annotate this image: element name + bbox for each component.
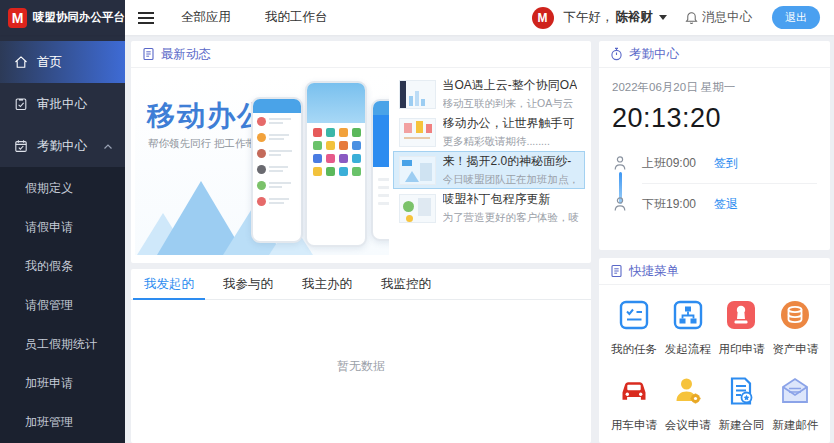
quick-item-label: 新建合同 [718,418,764,433]
person-icon [612,155,628,171]
task-tabs: 我发起的 我参与的 我主办的 我监控的 [131,269,591,300]
sidebar-subitem-staff-holiday-stats[interactable]: 员工假期统计 [0,325,125,364]
quick-item-label: 发起流程 [665,342,711,357]
attendance-body: 2022年06月20日 星期一 20:13:20 上班09:00 签到 下班19… [599,68,830,219]
divider [642,183,817,184]
news-list: 当OA遇上云-整个协同OA 移动互联的到来，让OA与云 移动办公，让世界触手可 … [393,75,586,255]
quick-item-label: 新建邮件 [772,418,818,433]
sidebar-subitem-leave-manage[interactable]: 请假管理 [0,286,125,325]
attendance-icon [14,139,28,153]
news-item-highlighted[interactable]: 来！揭开2.0的神秘面纱- 今日唛盟团队正在加班加点， [393,151,586,189]
news-item[interactable]: 移动办公，让世界触手可 更多精彩敬请期待........ [393,113,586,151]
quick-item-new-contract[interactable]: 新建合同 [715,375,769,433]
document-icon [142,47,155,61]
chevron-down-icon [659,15,667,20]
sidebar-item-home[interactable]: 首页 [0,41,125,83]
brand-title: 唛盟协同办公平台 [33,10,125,25]
home-icon [14,55,28,69]
car-icon [618,375,650,407]
sidebar-subitem-my-leave[interactable]: 我的假条 [0,247,125,286]
top-nav: 全部应用 我的工作台 [181,9,328,26]
check-in-link[interactable]: 签到 [714,155,738,172]
sidebar-item-label: 首页 [37,54,62,71]
sidebar-subitem-holiday-define[interactable]: 假期定义 [0,169,125,208]
tab-monitored-by-me[interactable]: 我监控的 [370,269,442,299]
sidebar-subitem-overtime-manage[interactable]: 加班管理 [0,403,125,442]
quick-item-asset-apply[interactable]: 资产申请 [768,299,822,357]
tab-initiated-by-me[interactable]: 我发起的 [133,269,205,299]
news-title: 当OA遇上云-整个协同OA [443,77,578,94]
attendance-submenu: 假期定义 请假申请 我的假条 请假管理 员工假期统计 加班申请 加班管理 [0,167,125,443]
brand-logo: M [8,8,27,28]
attendance-panel: 考勤中心 2022年06月20日 星期一 20:13:20 上班09:00 签到… [599,41,830,250]
attendance-date: 2022年06月20日 星期一 [612,80,817,95]
sidebar-item-label: 考勤中心 [37,138,87,155]
panel-title: 最新动态 [161,46,211,63]
tab-hosted-by-me[interactable]: 我主办的 [291,269,363,299]
bell-icon [685,11,698,25]
news-title: 唛盟补丁包程序更新 [443,191,580,208]
check-out-row: 下班19:00 签退 [612,189,817,219]
chevron-up-icon [101,143,115,150]
sidebar-item-approval[interactable]: 审批中心 [0,83,125,125]
sidebar-item-label: 审批中心 [37,96,87,113]
quick-item-label: 用印申请 [718,342,764,357]
document-icon [610,264,623,278]
nav-all-apps[interactable]: 全部应用 [181,9,231,26]
mail-icon [779,375,811,407]
stopwatch-icon [610,47,623,61]
attendance-rows: 上班09:00 签到 下班19:00 签退 [612,148,817,219]
empty-state-text: 暂无数据 [131,300,591,375]
quick-item-label: 资产申请 [772,342,818,357]
top-header: M 唛盟协同办公平台 全部应用 我的工作台 M 下午好，陈裕财 消息中心 退出 [0,0,834,35]
quick-item-my-tasks[interactable]: 我的任务 [607,299,661,357]
stamp-icon [725,299,757,331]
panel-title: 考勤中心 [629,46,679,63]
meeting-icon [672,375,704,407]
header-right: M 下午好，陈裕财 消息中心 退出 [532,6,834,29]
attendance-header: 考勤中心 [599,41,830,68]
phone-mockup [251,97,303,243]
user-avatar[interactable]: M [532,7,554,29]
check-out-link[interactable]: 签退 [714,196,738,213]
contract-icon [725,375,757,407]
brand-block: M 唛盟协同办公平台 [0,0,125,35]
mobile-office-banner[interactable]: 移动办公 帮你领先同行 把工作带出办公室 [135,75,389,255]
message-center-label: 消息中心 [702,9,752,26]
quick-menu-grid: 我的任务 发起流程 用印申请 资产申请 用车申请 会议申请 新建合同 新建邮件 [599,285,830,433]
sidebar-subitem-overtime-apply[interactable]: 加班申请 [0,364,125,403]
quick-item-label: 我的任务 [611,342,657,357]
quick-item-label: 用车申请 [611,418,657,433]
news-title: 移动办公，让世界触手可 [443,115,575,132]
sidebar-item-attendance[interactable]: 考勤中心 [0,125,125,167]
user-menu[interactable]: 下午好，陈裕财 [564,9,668,26]
message-center-link[interactable]: 消息中心 [685,9,752,26]
quick-item-vehicle-apply[interactable]: 用车申请 [607,375,661,433]
quick-item-new-mail[interactable]: 新建邮件 [768,375,822,433]
menu-toggle-icon[interactable] [133,5,159,31]
news-body: 移动办公 帮你领先同行 把工作带出办公室 [131,68,591,261]
latest-news-header: 最新动态 [131,41,591,68]
quick-item-seal-apply[interactable]: 用印申请 [715,299,769,357]
logout-button[interactable]: 退出 [772,6,820,29]
news-item[interactable]: 唛盟补丁包程序更新 为了营造更好的客户体验，唛 [393,189,586,227]
news-desc: 今日唛盟团队正在加班加点， [443,173,580,187]
phone-mockup [305,81,367,247]
banner-headline: 移动办公 [147,97,267,135]
news-thumbnail [399,194,436,223]
start-workflow-icon [672,299,704,331]
news-thumbnail [399,118,436,147]
latest-news-panel: 最新动态 移动办公 帮你领先同行 把工作带出办公室 [131,41,591,263]
nav-my-workbench[interactable]: 我的工作台 [265,9,328,26]
news-item[interactable]: 当OA遇上云-整个协同OA 移动互联的到来，让OA与云 [393,75,586,113]
quick-item-label: 会议申请 [665,418,711,433]
quick-menu-header: 快捷菜单 [599,258,830,285]
news-desc: 更多精彩敬请期待........ [443,135,575,149]
sidebar-subitem-leave-apply[interactable]: 请假申请 [0,208,125,247]
news-thumbnail [399,156,436,185]
user-name: 陈裕财 [616,9,654,26]
tab-participated-by-me[interactable]: 我参与的 [212,269,284,299]
quick-item-start-workflow[interactable]: 发起流程 [661,299,715,357]
quick-item-meeting-apply[interactable]: 会议申请 [661,375,715,433]
news-desc: 移动互联的到来，让OA与云 [443,97,578,111]
